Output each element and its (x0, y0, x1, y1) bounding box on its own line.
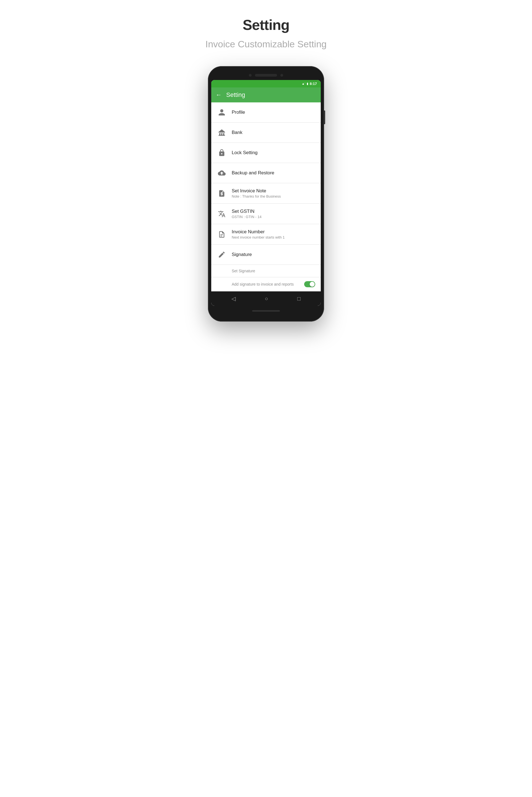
signal-icon: ▲ⁱ (302, 82, 305, 86)
bank-text: Bank (232, 130, 315, 135)
status-time: 8:17 (310, 81, 317, 86)
set-gstin-label: Set GSTIN (232, 209, 315, 214)
page-title: Setting (243, 17, 289, 33)
set-invoice-note-label: Set Invoice Note (232, 188, 315, 194)
lock-setting-text: Lock Setting (232, 150, 315, 156)
backup-icon (217, 168, 227, 178)
lock-icon (217, 148, 227, 158)
phone-camera-2 (280, 74, 283, 77)
phone-speaker (255, 74, 277, 77)
add-signature-toggle-subitem[interactable]: Add signature to invoice and reports (211, 277, 321, 291)
signature-text: Signature (232, 252, 315, 257)
status-bar: ▲ⁱ ▮ 8:17 (211, 80, 321, 88)
menu-item-invoice-number[interactable]: Invoice Number Next invoice number start… (211, 224, 321, 244)
backup-restore-label: Backup and Restore (232, 170, 315, 176)
battery-icon: ▮ (307, 82, 308, 86)
status-icons: ▲ⁱ ▮ 8:17 (302, 81, 317, 86)
signature-toggle[interactable] (304, 281, 315, 287)
menu-item-lock-setting[interactable]: Lock Setting (211, 143, 321, 163)
menu-item-profile[interactable]: Profile (211, 103, 321, 123)
bank-label: Bank (232, 130, 315, 135)
page-subtitle: Invoice Customizable Setting (206, 39, 326, 50)
person-icon (217, 107, 227, 117)
nav-back-button[interactable]: ◁ (231, 295, 235, 302)
side-button (324, 110, 325, 124)
signature-icon (217, 250, 227, 259)
add-signature-toggle-text: Add signature to invoice and reports (232, 282, 304, 286)
signature-label: Signature (232, 252, 315, 257)
nav-home-button[interactable]: ○ (265, 295, 268, 302)
set-gstin-text: Set GSTIN GSTIN : GTIN - 14 (232, 209, 315, 219)
phone-camera (249, 74, 252, 77)
invoice-number-icon (217, 230, 227, 239)
nav-recent-button[interactable]: □ (297, 295, 301, 302)
invoice-number-sublabel: Next invoice number starts with 1 (232, 235, 315, 239)
menu-item-set-invoice-note[interactable]: Set Invoice Note Note : Thanks for the B… (211, 183, 321, 204)
set-gstin-sublabel: GSTIN : GTIN - 14 (232, 215, 315, 219)
menu-item-backup-restore[interactable]: Backup and Restore (211, 163, 321, 183)
nav-bar: ◁ ○ □ (211, 291, 321, 306)
settings-menu-list: Profile Bank (211, 103, 321, 291)
profile-text: Profile (232, 110, 315, 115)
home-indicator (252, 310, 280, 312)
set-signature-subitem[interactable]: Set Signature (211, 265, 321, 277)
invoice-number-label: Invoice Number (232, 229, 315, 235)
profile-label: Profile (232, 110, 315, 115)
backup-restore-text: Backup and Restore (232, 170, 315, 176)
set-invoice-note-sublabel: Note : Thanks for the Business (232, 194, 315, 198)
back-button[interactable]: ← (216, 91, 222, 98)
phone-bottom (211, 306, 321, 313)
set-signature-text: Set Signature (232, 269, 315, 273)
menu-item-signature[interactable]: Signature (211, 244, 321, 265)
phone-device: ▲ⁱ ▮ 8:17 ← Setting Profile (208, 66, 324, 322)
set-invoice-note-text: Set Invoice Note Note : Thanks for the B… (232, 188, 315, 198)
phone-top-bar (211, 72, 321, 80)
app-bar-title: Setting (226, 91, 245, 98)
menu-item-set-gstin[interactable]: Set GSTIN GSTIN : GTIN - 14 (211, 204, 321, 224)
invoice-number-text: Invoice Number Next invoice number start… (232, 229, 315, 239)
app-bar: ← Setting (211, 88, 321, 103)
menu-item-bank[interactable]: Bank (211, 123, 321, 143)
note-icon (217, 188, 227, 198)
lock-setting-label: Lock Setting (232, 150, 315, 156)
phone-screen: ▲ⁱ ▮ 8:17 ← Setting Profile (211, 80, 321, 306)
gstin-icon (217, 209, 227, 219)
bank-icon (217, 128, 227, 138)
